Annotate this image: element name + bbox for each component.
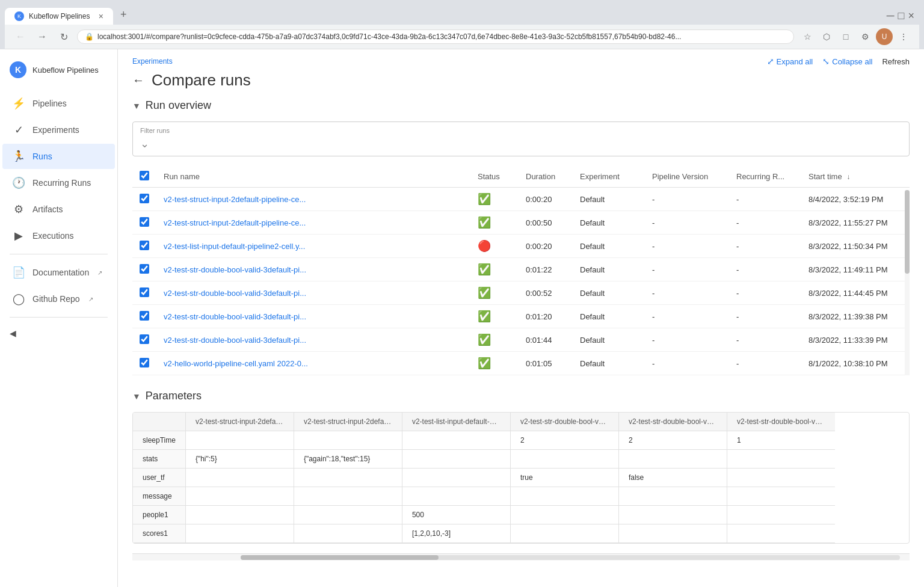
params-table-row: stats{"hi":5}{"again":18,"test":15}	[133, 450, 835, 469]
screenshot-btn[interactable]: □	[837, 28, 854, 45]
parameters-section-header[interactable]: ▼ Parameters	[132, 390, 910, 402]
address-bar[interactable]: 🔒 localhost:3001/#/compare?runlist=0c9cf…	[77, 29, 794, 44]
duration-cell: 0:01:20	[519, 305, 573, 328]
expand-all-button[interactable]: ⤢ Expand all	[767, 57, 813, 66]
parameters-section: ▼ Parameters v2-test-struct-input-2defau…	[132, 390, 910, 544]
active-tab[interactable]: K Kubeflow Pipelines ×	[5, 8, 113, 25]
recurring-runs-icon: 🕐	[12, 176, 25, 189]
table-row: v2-test-str-double-bool-valid-3default-p…	[132, 328, 910, 352]
content-area[interactable]: ▼ Run overview Filter runs ⌄	[118, 99, 924, 587]
refresh-button[interactable]: Refresh	[882, 57, 910, 66]
minimize-btn[interactable]: ─	[887, 10, 895, 22]
back-button[interactable]: ←	[132, 73, 144, 87]
start-time-cell: 8/3/2022, 11:55:27 PM	[801, 211, 910, 235]
params-column-header: v2-test-str-double-bool-valid...	[510, 413, 618, 431]
sidebar-item-executions-label: Executions	[32, 231, 73, 241]
run-overview-header[interactable]: ▼ Run overview	[132, 99, 910, 112]
run-name-cell[interactable]: v2-hello-world-pipeline-cell.yaml 2022-0…	[164, 359, 308, 368]
sidebar-item-documentation[interactable]: 📄 Documentation ↗	[2, 260, 115, 285]
header-pipeline-version[interactable]: Pipeline Version	[645, 166, 729, 188]
collapse-all-button[interactable]: ⤡ Collapse all	[822, 57, 872, 66]
row-checkbox[interactable]	[140, 358, 149, 367]
params-column-header: v2-test-str-double-bool-valid	[727, 413, 835, 431]
run-name-cell[interactable]: v2-test-struct-input-2default-pipeline-c…	[164, 195, 306, 204]
reload-button[interactable]: ↻	[55, 28, 72, 45]
param-name-cell: user_tf	[133, 469, 185, 487]
menu-btn[interactable]: ⋮	[895, 28, 912, 45]
cast-btn[interactable]: ⬡	[818, 28, 835, 45]
row-checkbox[interactable]	[140, 194, 149, 203]
run-name-cell[interactable]: v2-test-str-double-bool-valid-3default-p…	[164, 312, 306, 321]
sidebar-item-pipelines[interactable]: ⚡ Pipelines	[2, 91, 115, 116]
status-icon: ✅	[478, 334, 491, 346]
runs-icon: 🏃	[12, 150, 25, 163]
run-name-cell[interactable]: v2-test-struct-input-2default-pipeline-c…	[164, 218, 306, 227]
table-row: v2-test-str-double-bool-valid-3default-p…	[132, 281, 910, 305]
sidebar-item-artifacts[interactable]: ⚙ Artifacts	[2, 197, 115, 222]
params-column-header: v2-test-str-double-bool-valid...	[618, 413, 727, 431]
experiment-cell: Default	[573, 305, 645, 328]
row-checkbox[interactable]	[140, 287, 149, 297]
header-run-name[interactable]: Run name	[156, 166, 470, 188]
row-checkbox[interactable]	[140, 217, 149, 227]
vertical-scrollbar-thumb[interactable]	[905, 190, 910, 274]
sidebar-collapse-button[interactable]: ◀	[0, 322, 117, 344]
run-name-cell[interactable]: v2-test-str-double-bool-valid-3default-p…	[164, 265, 306, 274]
params-table-row: message	[133, 487, 835, 506]
close-window-btn[interactable]: ×	[908, 10, 914, 22]
filter-runs-container[interactable]: Filter runs ⌄	[132, 121, 910, 156]
run-name-cell[interactable]: v2-test-list-input-default-pipeline2-cel…	[164, 242, 305, 251]
status-icon: ✅	[478, 310, 491, 322]
back-nav-button[interactable]: ←	[12, 28, 29, 45]
extensions-btn[interactable]: ⚙	[857, 28, 873, 45]
new-tab-button[interactable]: +	[114, 5, 133, 25]
param-value-cell	[185, 487, 294, 506]
tab-favicon: K	[14, 11, 24, 21]
row-checkbox[interactable]	[140, 311, 149, 321]
bookmark-btn[interactable]: ☆	[799, 28, 816, 45]
sidebar-item-recurring-runs[interactable]: 🕐 Recurring Runs	[2, 170, 115, 195]
sidebar-item-executions[interactable]: ▶ Executions	[2, 223, 115, 248]
user-avatar[interactable]: U	[876, 28, 893, 45]
params-table-body: sleepTime221stats{"hi":5}{"again":18,"te…	[133, 431, 835, 543]
run-overview-section: ▼ Run overview Filter runs ⌄	[132, 99, 910, 375]
breadcrumb[interactable]: Experiments	[132, 57, 173, 66]
app-logo-icon: K	[10, 61, 26, 78]
param-value-cell	[402, 469, 510, 487]
scrollbar-thumb[interactable]	[241, 555, 439, 560]
forward-nav-button[interactable]: →	[34, 28, 51, 45]
param-value-cell: true	[510, 469, 618, 487]
tab-close-button[interactable]: ×	[99, 11, 103, 21]
row-checkbox[interactable]	[140, 264, 149, 274]
recurring-cell: -	[729, 305, 801, 328]
vertical-scrollbar-track[interactable]	[905, 190, 910, 375]
params-table-row: user_tftruefalse	[133, 469, 835, 487]
select-all-checkbox[interactable]	[140, 171, 149, 180]
header-experiment[interactable]: Experiment	[573, 166, 645, 188]
parameters-toggle-icon[interactable]: ▼	[132, 392, 141, 401]
header-duration[interactable]: Duration	[519, 166, 573, 188]
row-checkbox[interactable]	[140, 241, 149, 250]
param-value-cell	[294, 469, 402, 487]
header-status[interactable]: Status	[470, 166, 519, 188]
collapse-arrow-icon: ◀	[10, 328, 16, 338]
run-overview-toggle-icon[interactable]: ▼	[132, 101, 141, 111]
run-name-cell[interactable]: v2-test-str-double-bool-valid-3default-p…	[164, 289, 306, 298]
header-start-time[interactable]: Start time ↓	[801, 166, 910, 188]
params-table-wrapper[interactable]: v2-test-struct-input-2default...v2-test-…	[132, 412, 910, 544]
run-name-cell[interactable]: v2-test-str-double-bool-valid-3default-p…	[164, 336, 306, 345]
sidebar-item-runs[interactable]: 🏃 Runs	[2, 144, 115, 169]
horizontal-scrollbar-track[interactable]	[132, 553, 910, 561]
sidebar-item-github[interactable]: ◯ Github Repo ↗	[2, 286, 115, 312]
maximize-btn[interactable]: □	[898, 10, 905, 22]
url-text: localhost:3001/#/compare?runlist=0c9cfec…	[97, 32, 786, 41]
filter-dropdown-icon[interactable]: ⌄	[140, 137, 149, 150]
sidebar-item-experiments[interactable]: ✓ Experiments	[2, 117, 115, 143]
start-time-cell: 8/3/2022, 11:50:34 PM	[801, 235, 910, 258]
row-checkbox[interactable]	[140, 334, 149, 344]
param-value-cell: 1	[727, 431, 835, 450]
duration-cell: 0:00:20	[519, 235, 573, 258]
filter-runs-label: Filter runs	[140, 127, 902, 134]
header-recurring[interactable]: Recurring R...	[729, 166, 801, 188]
sidebar-item-runs-label: Runs	[32, 152, 52, 161]
